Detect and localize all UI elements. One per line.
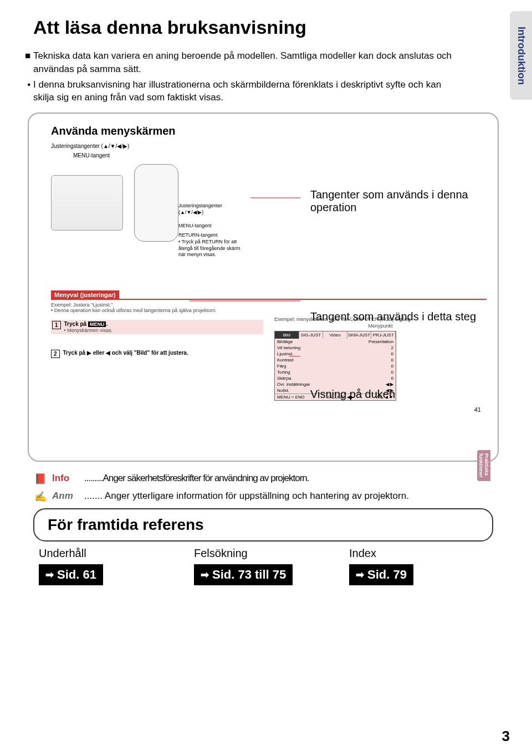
menu-button-label: MENU (88, 321, 106, 327)
menu-row-k: Skärpa (277, 376, 291, 381)
menu-section: Menyval (justeringar) Exempel: Justera "… (51, 284, 487, 401)
ref-link-maintenance[interactable]: Sid. 61 (39, 564, 103, 585)
menu-row-v: Presentation (369, 339, 393, 344)
menu-key-label: MENU-tangent (73, 152, 487, 159)
menu-row-k: Bildläge (277, 339, 293, 344)
menyval-stripe: Menyval (justeringar) (51, 290, 119, 299)
menu-tab-video: Video (323, 331, 347, 339)
menypunkt-label: Menypunkt (274, 323, 487, 329)
menu-row-k: Övr. inställningar (277, 382, 310, 387)
menu-tab-prjjust: PRJ-JUST (371, 331, 396, 339)
inner-page-number: 41 (51, 406, 487, 413)
ref-link-troubleshooting[interactable]: Sid. 73 till 75 (194, 564, 293, 585)
hand-icon: ✍ (33, 491, 48, 503)
remote-diagram (134, 164, 178, 242)
callout-key-step: Tangent som används i detta steg (310, 310, 477, 323)
reference-title: För framtida referens (48, 516, 479, 534)
remote-menu-label: MENU-tangent (178, 223, 245, 229)
anm-text: ....... Anger ytterligare information fö… (84, 491, 409, 502)
menu-row-k: Nollst. (277, 388, 289, 393)
menu-tab-sigjust: SIG-JUST (299, 331, 324, 339)
ref-col-title-1: Underhåll (39, 547, 183, 560)
intro-bullet-1: Tekniska data kan variera en aning beroe… (33, 49, 454, 76)
ref-link-index[interactable]: Sid. 79 (349, 564, 413, 585)
intro-bullet-2: I denna bruksanvisning har illustratione… (33, 78, 454, 105)
step-2-number: 2 (51, 350, 60, 358)
page-title: Att läsa denna bruksanvisning (33, 17, 510, 38)
diagram-block: Justeringstangenter (▲/▼/◀/▶) MENU-tange… (51, 164, 487, 275)
example-frame: Använda menyskärmen Justeringstangenter … (28, 113, 499, 462)
side-tab-introduction: Introduktion (510, 11, 532, 100)
menu-row-k: Kontrast (277, 357, 294, 362)
menu-row-v: 0 (391, 376, 393, 381)
example-line: Exempel: Justera "Ljusinst.". (51, 302, 487, 308)
intro-list: Tekniska data kan variera en aning beroe… (33, 49, 454, 104)
reference-columns: Underhåll Sid. 61 Felsökning Sid. 73 til… (39, 547, 493, 585)
step-2-text: Tryck på ▶ eller ◀ och välj "Bild" för a… (63, 350, 188, 356)
step-1-text-a: Tryck på (64, 321, 87, 327)
menu-tab-bild: Bild (275, 331, 299, 339)
book-icon: 📕 (33, 473, 48, 485)
ref-col-title-2: Felsökning (194, 547, 338, 560)
menu-row-v: ◀/▶ (386, 382, 393, 387)
callout-line-1 (250, 197, 300, 198)
anm-label: Anm (52, 491, 80, 502)
menu-tab-skmjust: SKM-JUST (347, 331, 372, 339)
callout-line-3 (289, 356, 300, 357)
reference-frame: För framtida referens (33, 508, 493, 542)
menu-footer: MENU = END (277, 395, 305, 400)
info-text: .........Anger säkerhetsföreskrifter för… (84, 473, 309, 484)
menu-row-v: 0 (391, 351, 393, 356)
praktiska-tab: Praktiska funktioner (477, 450, 490, 481)
remote-return-note: • Tryck på RETURN för att återgå till fö… (178, 239, 245, 258)
page-number: 3 (502, 728, 510, 745)
menu-row-v: 2 (391, 345, 393, 350)
step-1-number: 1 (52, 321, 61, 329)
menu-row-k: Färg (277, 364, 286, 369)
legend: 📕 Info .........Anger säkerhetsföreskrif… (33, 473, 493, 503)
menu-row-k: Toning (277, 370, 290, 375)
step-1-sub: • Menyskärmen visas. (64, 328, 113, 333)
remote-labels: Justeringstangenter (▲/▼/◀/▶) MENU-tange… (178, 203, 245, 258)
adj-keys-label: Justeringstangenter (▲/▼/◀/▶) (51, 143, 487, 149)
menu-row-v: 0 (391, 364, 393, 369)
step-1-text-b: . (106, 321, 108, 327)
menu-row-v: 0 (391, 357, 393, 362)
menu-row-v: 0 (391, 370, 393, 375)
info-label: Info (52, 473, 80, 484)
menu-row-k: Vit betoning (277, 345, 300, 350)
projector-diagram (51, 175, 123, 231)
callout-line-2 (190, 300, 300, 302)
ref-col-title-3: Index (349, 547, 493, 560)
example-heading: Använda menyskärmen (51, 125, 487, 137)
remote-return-title: RETURN-tangent (178, 232, 245, 239)
remote-adj-label: Justeringstangenter (▲/▼/◀/▶) (178, 203, 245, 216)
callout-screen-display: Visning på duken (310, 388, 477, 401)
callout-keys-operation: Tangenter som används i denna operation (310, 188, 477, 214)
